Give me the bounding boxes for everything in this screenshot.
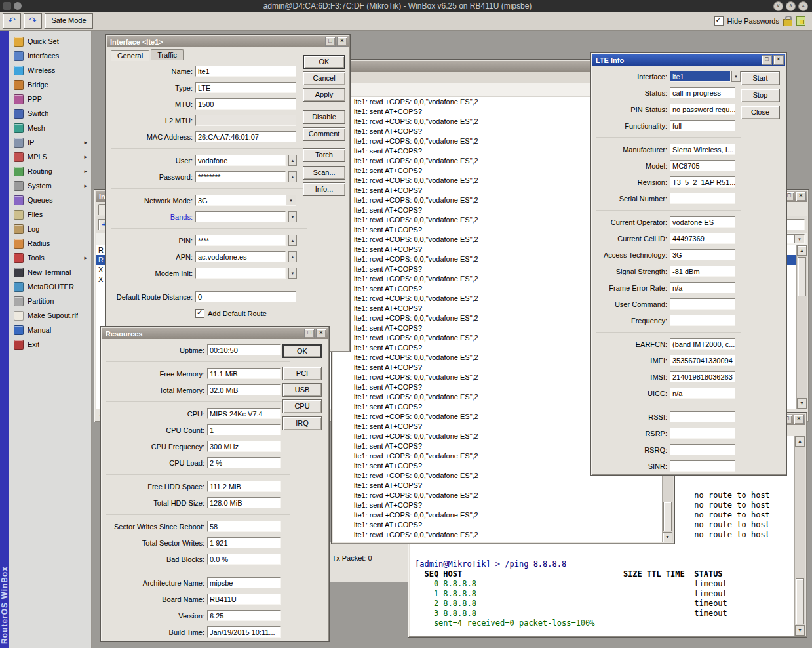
lte-info-value[interactable]: no password requ... [670,104,735,115]
scroll-down-icon[interactable]: ▼ [663,532,672,542]
sidebar-item[interactable]: Tools ▸ [9,251,91,265]
pin-input[interactable]: **** [195,235,286,246]
lte-info-value[interactable]: -81 dBm [670,266,735,277]
ok-button[interactable]: OK [303,55,345,69]
modem-init-input[interactable] [195,268,286,279]
close-icon[interactable]: × [794,415,804,424]
log-row[interactable]: lte1: sent AT+COPS? [333,481,663,491]
close-button[interactable]: × [798,1,808,11]
os-titlebar[interactable]: admin@D4:CA:6D:F3:7C:DF (MikroTik) - Win… [0,0,812,12]
sidebar-item[interactable]: Radius ▸ [9,236,91,251]
lte-info-value[interactable] [670,444,735,455]
unset-up-icon[interactable]: ▲ [288,155,297,166]
log-row[interactable]: lte1: sent AT+COPS? [333,500,663,510]
minimize-button[interactable]: ∨ [773,1,783,11]
close-icon[interactable]: × [337,37,347,47]
chevron-down-icon[interactable]: ▼ [286,195,296,205]
lte-info-value[interactable]: 3G [670,249,735,260]
scroll-down-icon[interactable]: ▼ [795,625,805,636]
sidebar-item[interactable]: MPLS ▸ [9,150,91,164]
disable-button[interactable]: Disable [303,110,345,124]
sidebar-item[interactable]: Routing ▸ [9,164,91,178]
network-mode-combo[interactable]: 3G ▼ [195,195,296,206]
apn-input[interactable]: ac.vodafone.es [195,251,286,262]
lte-info-value[interactable]: (band IMT2000, c... [670,338,735,350]
tab-general[interactable]: General [111,50,149,61]
sidebar-item[interactable]: PPP ▸ [9,92,91,106]
password-input[interactable]: ******** [195,171,286,182]
lte-info-value[interactable]: full [670,120,735,131]
close-icon[interactable]: × [796,192,806,201]
log-row[interactable]: lte1: sent AT+COPS? [333,520,663,530]
window-menu-icon[interactable] [14,2,22,10]
log-row[interactable]: lte1: rcvd +COPS: 0,0,"vodafone ES",2 [333,491,663,500]
scroll-thumb[interactable] [796,578,804,624]
cancel-button[interactable]: Cancel [303,71,345,85]
lte-info-value[interactable]: call in progress [670,87,735,98]
mtu-input[interactable]: 1500 [195,98,296,110]
route-distance-input[interactable]: 0 [195,291,296,302]
tab-traffic[interactable]: Traffic [151,49,184,60]
lte-info-value[interactable] [670,315,735,326]
log-row[interactable]: lte1: rcvd +COPS: 0,0,"vodafone ES",2 [333,530,663,540]
sidebar-item[interactable]: MetaROUTER ▸ [9,279,91,294]
stop-button[interactable]: Stop [741,89,780,102]
name-input[interactable]: lte1 [195,66,296,77]
lte-info-value[interactable]: Sierra Wireless, I... [670,144,735,155]
unset-up-icon[interactable]: ▲ [288,251,297,262]
undo-button[interactable]: ↶ [3,13,21,29]
sidebar-item[interactable]: Exit ▸ [9,337,91,352]
usb-button[interactable]: USB [282,383,322,397]
dropdown-icon[interactable]: ▼ [288,268,297,279]
sidebar-item[interactable]: Make Supout.rif ▸ [9,308,91,323]
maximize-icon[interactable]: □ [325,37,336,47]
bands-input[interactable] [195,211,286,222]
sidebar-item[interactable]: Partition ▸ [9,294,91,308]
lte-info-value[interactable]: MC8705 [670,160,735,171]
apply-button[interactable]: Apply [303,88,345,102]
sidebar-item[interactable]: Quick Set ▸ [9,34,91,49]
close-icon[interactable]: × [316,329,326,338]
cpu-button[interactable]: CPU [282,399,322,413]
sidebar-item[interactable]: Manual ▸ [9,323,91,337]
interface-list-scrollbar[interactable]: ▲ ▼ [796,245,807,409]
safe-mode-button[interactable]: Safe Mode [45,13,93,29]
terminal-scrollbar[interactable]: ▲ ▼ [794,436,805,636]
mac-input[interactable]: 26:CA:A7:46:01:07 [195,131,296,142]
maximize-icon[interactable]: □ [304,329,315,338]
maximize-icon[interactable]: □ [762,55,772,65]
lte-info-value[interactable] [670,411,735,422]
sidebar-item[interactable]: Interfaces ▸ [9,49,91,63]
lte-info-value[interactable] [670,298,735,310]
scroll-up-icon[interactable]: ▲ [795,436,805,447]
info-button[interactable]: Info... [303,182,345,196]
lte-info-value[interactable]: n/a [670,282,735,293]
redo-button[interactable]: ↷ [24,13,42,29]
lte-info-value[interactable]: 214019818036263 [670,371,735,382]
sidebar-item[interactable]: Queues ▸ [9,193,91,207]
unset-up-icon[interactable]: ▲ [288,171,297,182]
sidebar-item[interactable]: Mesh ▸ [9,121,91,135]
user-input[interactable]: vodafone [195,155,286,166]
lte-info-value[interactable]: 44497369 [670,233,735,244]
add-default-route-checkbox[interactable] [195,309,204,318]
lte-info-value[interactable] [670,428,735,439]
log-row[interactable]: lte1: rcvd +COPS: 0,0,"vodafone ES",2 [333,510,663,520]
maximize-button[interactable]: ∧ [786,1,796,11]
sidebar-item[interactable]: New Terminal ▸ [9,265,91,279]
scroll-down-icon[interactable]: ▼ [797,398,807,409]
torch-button[interactable]: Torch [303,148,345,162]
unset-up-icon[interactable]: ▲ [288,235,297,246]
lte-info-value[interactable]: T3_5_2_1AP R51... [670,176,735,188]
sidebar-item[interactable]: Wireless ▸ [9,63,91,77]
interface-combo[interactable]: lte1 [670,71,731,82]
scan-button[interactable]: Scan... [303,166,345,180]
lte-info-value[interactable]: vodafone ES [670,216,735,228]
close-button[interactable]: Close [741,106,780,119]
scroll-thumb[interactable] [663,502,672,531]
irq-button[interactable]: IRQ [282,416,322,430]
sidebar-item[interactable]: Files ▸ [9,207,91,222]
close-icon[interactable]: × [773,55,784,65]
start-button[interactable]: Start [741,71,780,85]
lte-info-value[interactable]: 353567041330094 [670,355,735,366]
